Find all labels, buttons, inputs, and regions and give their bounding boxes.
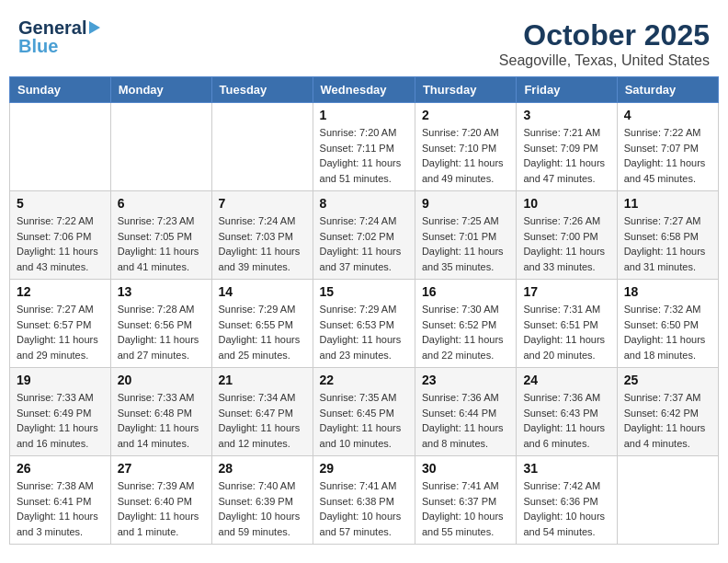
- day-info: Sunrise: 7:39 AM Sunset: 6:40 PM Dayligh…: [118, 478, 205, 539]
- day-info: Sunrise: 7:22 AM Sunset: 7:07 PM Dayligh…: [624, 125, 711, 186]
- title-block: October 2025 Seagoville, Texas, United S…: [499, 18, 710, 69]
- calendar-week-5: 26Sunrise: 7:38 AM Sunset: 6:41 PM Dayli…: [10, 456, 719, 545]
- day-info: Sunrise: 7:20 AM Sunset: 7:10 PM Dayligh…: [422, 125, 509, 186]
- calendar-cell: [211, 103, 313, 191]
- calendar-cell: [10, 103, 111, 191]
- day-info: Sunrise: 7:24 AM Sunset: 7:02 PM Dayligh…: [320, 213, 408, 274]
- page-title: October 2025: [499, 18, 710, 52]
- day-number: 7: [219, 196, 306, 211]
- calendar-week-3: 12Sunrise: 7:27 AM Sunset: 6:57 PM Dayli…: [10, 280, 719, 368]
- calendar-week-4: 19Sunrise: 7:33 AM Sunset: 6:49 PM Dayli…: [10, 368, 719, 456]
- page-header: General Blue October 2025 Seagoville, Te…: [9, 9, 719, 76]
- day-info: Sunrise: 7:24 AM Sunset: 7:03 PM Dayligh…: [219, 213, 306, 274]
- calendar-cell: 16Sunrise: 7:30 AM Sunset: 6:52 PM Dayli…: [415, 280, 516, 368]
- day-info: Sunrise: 7:40 AM Sunset: 6:39 PM Dayligh…: [219, 478, 306, 539]
- day-info: Sunrise: 7:42 AM Sunset: 6:36 PM Dayligh…: [523, 478, 609, 539]
- calendar-cell: 3Sunrise: 7:21 AM Sunset: 7:09 PM Daylig…: [517, 103, 617, 191]
- day-number: 14: [219, 284, 306, 299]
- calendar-cell: 27Sunrise: 7:39 AM Sunset: 6:40 PM Dayli…: [110, 456, 211, 545]
- day-number: 3: [523, 108, 609, 122]
- day-info: Sunrise: 7:22 AM Sunset: 7:06 PM Dayligh…: [17, 213, 104, 274]
- day-info: Sunrise: 7:31 AM Sunset: 6:51 PM Dayligh…: [523, 302, 609, 362]
- calendar-cell: 25Sunrise: 7:37 AM Sunset: 6:42 PM Dayli…: [617, 368, 718, 456]
- calendar-cell: 24Sunrise: 7:36 AM Sunset: 6:43 PM Dayli…: [517, 368, 617, 456]
- day-number: 23: [422, 373, 509, 387]
- calendar-cell: [617, 456, 718, 545]
- day-info: Sunrise: 7:41 AM Sunset: 6:38 PM Dayligh…: [320, 478, 408, 539]
- day-number: 5: [17, 196, 104, 211]
- calendar-cell: 30Sunrise: 7:41 AM Sunset: 6:37 PM Dayli…: [415, 456, 516, 545]
- weekday-header-tuesday: Tuesday: [211, 77, 313, 103]
- calendar-week-1: 1Sunrise: 7:20 AM Sunset: 7:11 PM Daylig…: [10, 103, 719, 191]
- calendar-cell: 20Sunrise: 7:33 AM Sunset: 6:48 PM Dayli…: [110, 368, 211, 456]
- day-info: Sunrise: 7:33 AM Sunset: 6:49 PM Dayligh…: [17, 390, 104, 451]
- day-number: 11: [624, 196, 711, 211]
- calendar-cell: 18Sunrise: 7:32 AM Sunset: 6:50 PM Dayli…: [617, 280, 718, 368]
- day-number: 1: [320, 108, 408, 122]
- day-number: 31: [523, 461, 609, 476]
- day-info: Sunrise: 7:38 AM Sunset: 6:41 PM Dayligh…: [17, 478, 104, 539]
- calendar-cell: 22Sunrise: 7:35 AM Sunset: 6:45 PM Dayli…: [313, 368, 415, 456]
- logo-arrow-icon: [89, 21, 100, 34]
- day-number: 30: [422, 461, 509, 476]
- calendar-cell: 17Sunrise: 7:31 AM Sunset: 6:51 PM Dayli…: [517, 280, 617, 368]
- day-number: 19: [17, 373, 104, 387]
- day-info: Sunrise: 7:37 AM Sunset: 6:42 PM Dayligh…: [624, 390, 711, 451]
- day-number: 18: [624, 284, 711, 299]
- calendar-cell: 1Sunrise: 7:20 AM Sunset: 7:11 PM Daylig…: [313, 103, 415, 191]
- weekday-header-sunday: Sunday: [10, 77, 111, 103]
- day-info: Sunrise: 7:32 AM Sunset: 6:50 PM Dayligh…: [624, 302, 711, 362]
- day-number: 22: [320, 373, 408, 387]
- calendar-cell: 23Sunrise: 7:36 AM Sunset: 6:44 PM Dayli…: [415, 368, 516, 456]
- day-info: Sunrise: 7:41 AM Sunset: 6:37 PM Dayligh…: [422, 478, 509, 539]
- day-number: 13: [118, 284, 205, 299]
- day-number: 21: [219, 373, 306, 387]
- day-info: Sunrise: 7:23 AM Sunset: 7:05 PM Dayligh…: [118, 213, 205, 274]
- calendar-table: SundayMondayTuesdayWednesdayThursdayFrid…: [9, 76, 719, 545]
- day-number: 20: [118, 373, 205, 387]
- day-info: Sunrise: 7:36 AM Sunset: 6:44 PM Dayligh…: [422, 390, 509, 451]
- calendar-cell: 9Sunrise: 7:25 AM Sunset: 7:01 PM Daylig…: [415, 191, 516, 280]
- calendar-cell: 21Sunrise: 7:34 AM Sunset: 6:47 PM Dayli…: [211, 368, 313, 456]
- day-number: 24: [523, 373, 609, 387]
- weekday-header-saturday: Saturday: [617, 77, 718, 103]
- day-number: 25: [624, 373, 711, 387]
- calendar-cell: 10Sunrise: 7:26 AM Sunset: 7:00 PM Dayli…: [517, 191, 617, 280]
- day-number: 28: [219, 461, 306, 476]
- calendar-cell: [110, 103, 211, 191]
- day-info: Sunrise: 7:27 AM Sunset: 6:57 PM Dayligh…: [17, 302, 104, 362]
- calendar-cell: 11Sunrise: 7:27 AM Sunset: 6:58 PM Dayli…: [617, 191, 718, 280]
- weekday-header-row: SundayMondayTuesdayWednesdayThursdayFrid…: [10, 77, 719, 103]
- day-number: 29: [320, 461, 408, 476]
- calendar-cell: 19Sunrise: 7:33 AM Sunset: 6:49 PM Dayli…: [10, 368, 111, 456]
- day-info: Sunrise: 7:27 AM Sunset: 6:58 PM Dayligh…: [624, 213, 711, 274]
- logo-general: General: [18, 18, 86, 37]
- calendar-cell: 12Sunrise: 7:27 AM Sunset: 6:57 PM Dayli…: [10, 280, 111, 368]
- calendar-cell: 2Sunrise: 7:20 AM Sunset: 7:10 PM Daylig…: [415, 103, 516, 191]
- calendar-cell: 29Sunrise: 7:41 AM Sunset: 6:38 PM Dayli…: [313, 456, 415, 545]
- weekday-header-friday: Friday: [517, 77, 617, 103]
- day-number: 15: [320, 284, 408, 299]
- day-number: 17: [523, 284, 609, 299]
- day-info: Sunrise: 7:35 AM Sunset: 6:45 PM Dayligh…: [320, 390, 408, 451]
- day-info: Sunrise: 7:29 AM Sunset: 6:53 PM Dayligh…: [320, 302, 408, 362]
- day-info: Sunrise: 7:28 AM Sunset: 6:56 PM Dayligh…: [118, 302, 205, 362]
- day-number: 10: [523, 196, 609, 211]
- page-subtitle: Seagoville, Texas, United States: [499, 52, 710, 69]
- logo-blue: Blue: [18, 37, 100, 55]
- day-info: Sunrise: 7:29 AM Sunset: 6:55 PM Dayligh…: [219, 302, 306, 362]
- calendar-cell: 4Sunrise: 7:22 AM Sunset: 7:07 PM Daylig…: [617, 103, 718, 191]
- weekday-header-thursday: Thursday: [415, 77, 516, 103]
- day-number: 6: [118, 196, 205, 211]
- logo: General Blue: [18, 18, 100, 55]
- day-number: 8: [320, 196, 408, 211]
- day-info: Sunrise: 7:33 AM Sunset: 6:48 PM Dayligh…: [118, 390, 205, 451]
- day-number: 26: [17, 461, 104, 476]
- day-info: Sunrise: 7:36 AM Sunset: 6:43 PM Dayligh…: [523, 390, 609, 451]
- day-number: 4: [624, 108, 711, 122]
- calendar-cell: 6Sunrise: 7:23 AM Sunset: 7:05 PM Daylig…: [110, 191, 211, 280]
- day-info: Sunrise: 7:25 AM Sunset: 7:01 PM Dayligh…: [422, 213, 509, 274]
- calendar-cell: 8Sunrise: 7:24 AM Sunset: 7:02 PM Daylig…: [313, 191, 415, 280]
- day-info: Sunrise: 7:26 AM Sunset: 7:00 PM Dayligh…: [523, 213, 609, 274]
- day-info: Sunrise: 7:30 AM Sunset: 6:52 PM Dayligh…: [422, 302, 509, 362]
